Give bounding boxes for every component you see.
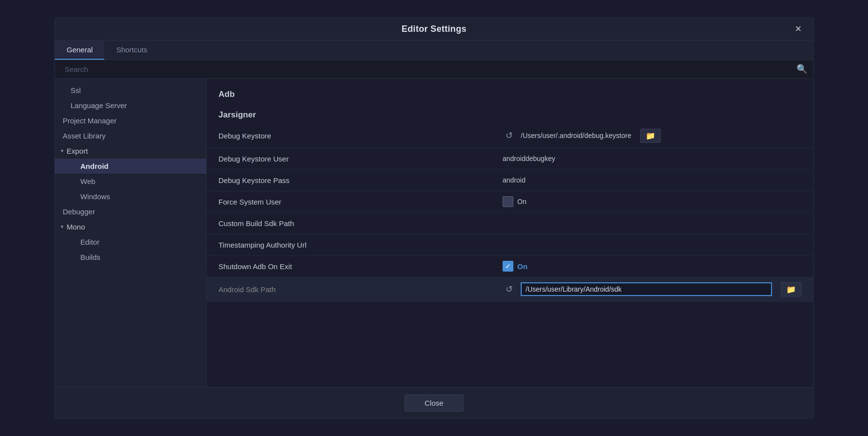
- close-button[interactable]: Close: [405, 394, 463, 412]
- value-debug-keystore-pass: android: [503, 176, 801, 184]
- label-debug-keystore: Debug Keystore: [218, 132, 503, 140]
- tab-shortcuts[interactable]: Shortcuts: [104, 41, 159, 60]
- search-icon: 🔍: [796, 64, 807, 74]
- settings-row-force-system-user: Force System User On: [207, 191, 813, 213]
- sidebar-item-editor[interactable]: Editor: [55, 234, 206, 250]
- reset-android-sdk-path-button[interactable]: ↺: [503, 283, 516, 296]
- settings-row-shutdown-adb-on-exit: Shutdown Adb On Exit ✓ On: [207, 256, 813, 277]
- search-row: 🔍: [55, 60, 813, 79]
- sidebar-item-windows[interactable]: Windows: [55, 189, 206, 204]
- android-sdk-path-input[interactable]: [521, 282, 772, 296]
- reset-debug-keystore-button[interactable]: ↺: [503, 129, 516, 142]
- label-force-system-user: Force System User: [218, 198, 503, 206]
- settings-row-custom-build-sdk-path: Custom Build Sdk Path: [207, 213, 813, 234]
- debug-keystore-value: /Users/user/.android/debug.keystore: [521, 132, 631, 139]
- sidebar-item-web[interactable]: Web: [55, 174, 206, 189]
- label-timestamping-authority-url: Timestamping Authority Url: [218, 241, 503, 249]
- file-android-sdk-path-button[interactable]: 📁: [781, 282, 801, 297]
- label-debug-keystore-pass: Debug Keystore Pass: [218, 176, 503, 184]
- dialog-close-button[interactable]: ×: [791, 22, 805, 36]
- sidebar-item-asset-library[interactable]: Asset Library: [55, 128, 206, 143]
- toggle-shutdown-adb-on-exit[interactable]: ✓ On: [503, 261, 528, 272]
- toggle-force-system-user[interactable]: On: [503, 196, 527, 207]
- editor-settings-dialog: Editor Settings × General Shortcuts 🔍 Ss…: [54, 18, 814, 419]
- search-input[interactable]: [61, 63, 796, 75]
- value-debug-keystore-user: androiddebugkey: [503, 155, 801, 162]
- chevron-down-icon-mono: ▾: [61, 224, 64, 230]
- value-force-system-user: On: [503, 196, 801, 207]
- sidebar-item-language-server[interactable]: Language Server: [55, 98, 206, 113]
- sidebar-item-builds[interactable]: Builds: [55, 250, 206, 265]
- sidebar: Ssl Language Server Project Manager Asse…: [55, 79, 207, 387]
- sidebar-group-mono[interactable]: ▾ Mono: [55, 219, 206, 234]
- label-android-sdk-path: Android Sdk Path: [218, 285, 503, 294]
- force-system-user-toggle-label: On: [517, 198, 527, 206]
- dialog-header: Editor Settings ×: [55, 18, 813, 41]
- settings-row-timestamping-authority-url: Timestamping Authority Url: [207, 234, 813, 256]
- main-content: Ssl Language Server Project Manager Asse…: [55, 79, 813, 387]
- label-shutdown-adb-on-exit: Shutdown Adb On Exit: [218, 262, 503, 271]
- value-debug-keystore: ↺ /Users/user/.android/debug.keystore 📁: [503, 129, 801, 143]
- check-icon: ✓: [505, 262, 511, 270]
- sidebar-item-android[interactable]: Android: [55, 159, 206, 174]
- value-android-sdk-path: ↺ 📁: [503, 282, 801, 297]
- dialog-title: Editor Settings: [402, 24, 467, 34]
- tabs-row: General Shortcuts: [55, 41, 813, 60]
- settings-row-android-sdk-path: Android Sdk Path ↺ 📁: [207, 277, 813, 302]
- settings-row-debug-keystore-user: Debug Keystore User androiddebugkey: [207, 148, 813, 170]
- shutdown-adb-toggle-label: On: [517, 262, 528, 271]
- value-shutdown-adb-on-exit: ✓ On: [503, 261, 801, 272]
- debug-keystore-pass-value: android: [503, 176, 526, 184]
- sidebar-item-debugger[interactable]: Debugger: [55, 204, 206, 219]
- label-debug-keystore-user: Debug Keystore User: [218, 155, 503, 163]
- chevron-down-icon: ▾: [61, 148, 64, 154]
- toggle-box-shutdown-adb-on-exit[interactable]: ✓: [503, 261, 513, 272]
- dialog-footer: Close: [55, 387, 813, 418]
- debug-keystore-user-value: androiddebugkey: [503, 155, 555, 162]
- section-header-jarsigner: Jarsigner: [207, 103, 813, 124]
- settings-row-debug-keystore: Debug Keystore ↺ /Users/user/.android/de…: [207, 124, 813, 148]
- content-area: Adb Jarsigner Debug Keystore ↺ /Users/us…: [207, 79, 813, 387]
- label-custom-build-sdk-path: Custom Build Sdk Path: [218, 219, 503, 228]
- tab-general[interactable]: General: [55, 41, 104, 60]
- sidebar-group-export[interactable]: ▾ Export: [55, 143, 206, 159]
- settings-row-debug-keystore-pass: Debug Keystore Pass android: [207, 170, 813, 191]
- section-header-adb: Adb: [207, 83, 813, 103]
- toggle-box-force-system-user[interactable]: [503, 196, 513, 207]
- file-debug-keystore-button[interactable]: 📁: [640, 129, 661, 143]
- sidebar-item-ssl[interactable]: Ssl: [55, 83, 206, 98]
- sidebar-item-project-manager[interactable]: Project Manager: [55, 113, 206, 128]
